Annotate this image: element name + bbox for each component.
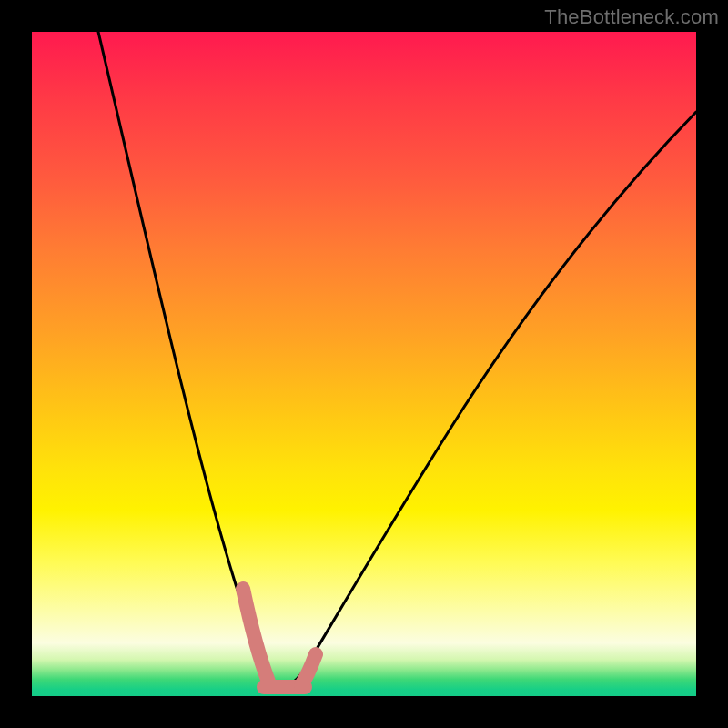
highlight-right-segment	[301, 654, 316, 685]
watermark-text: TheBottleneck.com	[544, 5, 719, 29]
bottleneck-curve-svg	[32, 32, 696, 696]
highlight-left-segment	[243, 589, 268, 682]
plot-area	[32, 32, 696, 696]
bottleneck-curve-right	[305, 112, 696, 669]
chart-frame: TheBottleneck.com	[0, 0, 728, 728]
